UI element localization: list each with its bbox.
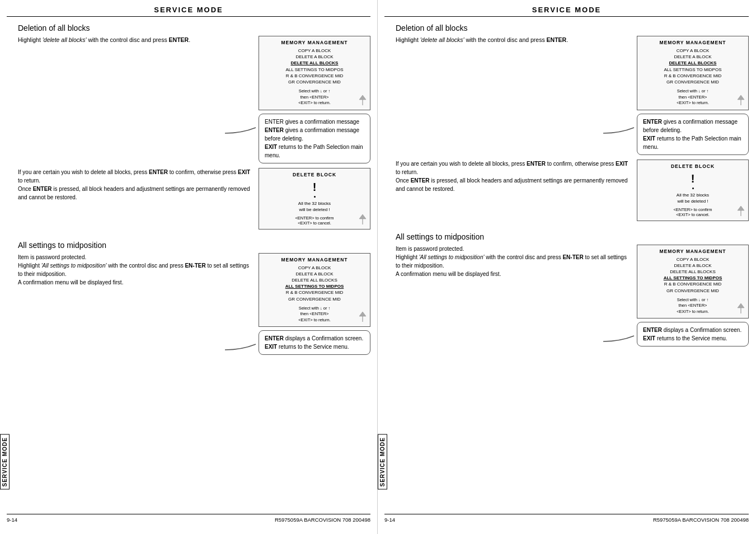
- left-paragraph2: If you are certain you wish to delete al…: [7, 168, 259, 202]
- left-callout1-line2b: before deleting.: [265, 135, 303, 142]
- right-screen3-item5: R & B CONVERGENCE MID: [642, 281, 744, 287]
- left-row1: Highlight 'delete all blocks' with the c…: [7, 36, 370, 110]
- left-screen2-corner: [358, 213, 368, 227]
- left-paragraph1: Highlight 'delete all blocks' with the c…: [7, 36, 259, 45]
- right-screen3-item6: GR CONVERGENCE MID: [642, 288, 744, 294]
- right-screen1-item2: DELETE A BLOCK: [642, 54, 744, 60]
- right-callout2-line2: returns to the Service menu.: [657, 335, 727, 341]
- right-callout1-line3: returns to the Path Selection main: [657, 135, 741, 142]
- right-content: Deletion of all blocks Highlight 'delete…: [384, 21, 749, 512]
- left-spacer1: [7, 233, 370, 238]
- right-callout1: ENTER gives a confirmation message befor…: [637, 114, 749, 155]
- right-callout1-line4: menu.: [643, 144, 659, 150]
- right-section2-title: All settings to midposition: [384, 232, 749, 241]
- left-screen3-item1: COPY A BLOCK: [264, 265, 365, 271]
- left-screen3-title: MEMORY MANAGEMENT: [264, 257, 365, 263]
- right-row2: If you are certain you wish to delete al…: [384, 160, 749, 221]
- left-callout1-exit: EXIT: [265, 144, 277, 150]
- left-callout1-enter: ENTER: [265, 127, 284, 133]
- left-content: Deletion of all blocks Highlight 'delete…: [7, 21, 370, 512]
- right-service-mode-label: SERVICE MODE: [378, 434, 387, 490]
- right-screen2-dot: [692, 188, 694, 189]
- left-screen3-corner: [358, 311, 368, 324]
- right-callout1-line2: before deleting.: [643, 127, 682, 133]
- left-screen2-footer2: <EXIT> to cancel.: [264, 221, 365, 226]
- right-footer-page: 9-14: [384, 517, 395, 523]
- left-screen1-item1: COPY A BLOCK: [264, 48, 365, 54]
- right-row3: Item is password protected. Highlight 'A…: [384, 245, 749, 319]
- left-screen2-footer1: <ENTER> to confirm: [264, 216, 365, 221]
- left-callout2-line: [225, 336, 259, 353]
- left-screen1-item3: DELETE ALL BLOCKS: [264, 60, 365, 66]
- left-screen1-corner: [358, 94, 368, 107]
- right-screen1: MEMORY MANAGEMENT COPY A BLOCK DELETE A …: [637, 36, 749, 110]
- right-screen3-item3: DELETE ALL BLOCKS: [642, 269, 744, 275]
- right-header: SERVICE MODE: [384, 6, 749, 17]
- right-row1: Highlight 'delete all blocks' with the c…: [384, 36, 749, 110]
- right-callout2: ENTER displays a Confirmation screen. EX…: [637, 322, 749, 346]
- left-screen3-item4: ALL SETTINGS TO MIDPOS: [264, 283, 365, 289]
- left-screen1-footer: Select with ↓ or ↑then <ENTER><EXIT> to …: [264, 88, 365, 106]
- left-callout2: ENTER displays a Confirmation screen. EX…: [259, 330, 370, 355]
- left-callout2-row: ENTER displays a Confirmation screen. EX…: [7, 330, 370, 355]
- left-screen2-dot: [314, 196, 316, 198]
- left-screen1-title: MEMORY MANAGEMENT: [264, 40, 365, 45]
- left-screen3-item5: R & B CONVERGENCE MID: [264, 289, 365, 296]
- left-header: SERVICE MODE: [7, 6, 370, 17]
- left-footer: 9-14 R5975059A BARCOVISION 708 200498: [7, 514, 370, 523]
- left-screen1-item4: ALL SETTINGS TO MIDPOS: [264, 67, 365, 73]
- left-screen3-item2: DELETE A BLOCK: [264, 271, 365, 277]
- left-callout1-line4: menu.: [265, 152, 280, 158]
- right-screen2-title: DELETE BLOCK: [642, 163, 744, 169]
- left-callout2-line1: displays a Confirmation screen.: [285, 335, 364, 341]
- left-service-mode-label: SERVICE MODE: [0, 434, 10, 490]
- left-callout2-line2: returns to the Service menu.: [279, 344, 349, 350]
- left-callout1: ENTER gives a confirmation message ENTER…: [259, 114, 370, 163]
- left-callout2-enter: ENTER: [265, 335, 284, 341]
- left-footer-page: 9-14: [7, 517, 17, 523]
- right-screen1-footer: Select with ↓ or ↑then <ENTER><EXIT> to …: [642, 88, 744, 106]
- left-section2-title: All settings to midposition: [7, 241, 370, 250]
- right-screen2-exclamation: !: [642, 172, 744, 185]
- right-screen1-item1: COPY A BLOCK: [642, 48, 744, 54]
- right-callout2-line1: displays a Confirmation screen.: [664, 327, 742, 333]
- right-screen1-item4: ALL SETTINGS TO MIDPOS: [642, 67, 744, 73]
- left-row2: If you are certain you wish to delete al…: [7, 168, 370, 229]
- left-callout1-line: [225, 119, 259, 136]
- left-page: SERVICE MODE Deletion of all blocks High…: [0, 0, 378, 534]
- right-screen2-footer2: <EXIT> to cancel.: [642, 212, 744, 217]
- right-spacer1: [384, 224, 749, 230]
- right-callout2-exit: EXIT: [643, 335, 655, 341]
- right-screen2-corner: [736, 205, 746, 218]
- right-screen3-footer: Select with ↓ or ↑then <ENTER><EXIT> to …: [642, 297, 744, 315]
- right-screen2-footer1: <ENTER> to confirm: [642, 207, 744, 212]
- right-page: SERVICE MODE Deletion of all blocks High…: [378, 0, 755, 534]
- left-row3: Item is password protected. Highlight 'A…: [7, 253, 370, 327]
- right-screen3-corner: [736, 302, 746, 316]
- right-screen3-title: MEMORY MANAGEMENT: [642, 249, 744, 254]
- right-callout2-enter: ENTER: [643, 327, 662, 333]
- left-screen1: MEMORY MANAGEMENT COPY A BLOCK DELETE A …: [259, 36, 370, 110]
- left-callout2-exit: EXIT: [265, 344, 277, 350]
- left-screen2-title: DELETE BLOCK: [264, 172, 365, 177]
- left-paragraph3: Item is password protected. Highlight 'A…: [7, 253, 259, 287]
- right-paragraph1: Highlight 'delete all blocks' with the c…: [384, 36, 637, 45]
- left-section1-title: Deletion of all blocks: [7, 24, 370, 32]
- left-screen3-item6: GR CONVERGENCE MID: [264, 296, 365, 302]
- left-screen3-item3: DELETE ALL BLOCKS: [264, 277, 365, 283]
- right-screen3-item1: COPY A BLOCK: [642, 256, 744, 263]
- right-callout1-exit: EXIT: [643, 135, 655, 142]
- right-section1-title: Deletion of all blocks: [384, 24, 749, 32]
- left-screen3: MEMORY MANAGEMENT COPY A BLOCK DELETE A …: [259, 253, 370, 327]
- right-paragraph3: Item is password protected. Highlight 'A…: [384, 245, 637, 278]
- left-callout1-row: ENTER gives a confirmation message ENTER…: [7, 114, 370, 163]
- right-callout2-line: [603, 327, 637, 344]
- right-callout1-row: ENTER gives a confirmation message befor…: [384, 114, 749, 155]
- right-screen3-item2: DELETE A BLOCK: [642, 263, 744, 269]
- right-callout1-enter: ENTER: [643, 119, 662, 125]
- right-callout2-row: ENTER displays a Confirmation screen. EX…: [384, 322, 749, 346]
- right-screen2: DELETE BLOCK ! All the 32 blocks will be…: [637, 160, 749, 221]
- left-screen1-item6: GR CONVERGENCE MID: [264, 79, 365, 85]
- left-footer-code: R5975059A BARCOVISION 708 200498: [275, 517, 370, 523]
- left-screen3-footer: Select with ↓ or ↑then <ENTER><EXIT> to …: [264, 306, 365, 324]
